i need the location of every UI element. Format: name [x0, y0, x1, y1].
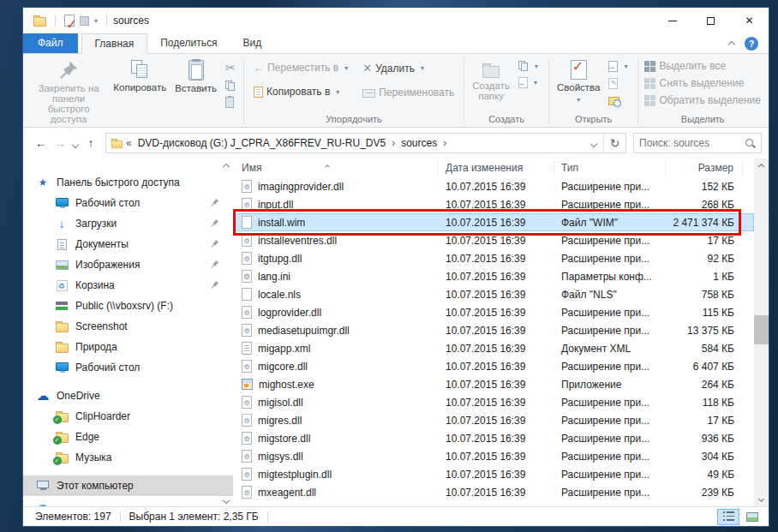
- clear-selection-button[interactable]: Снять выделение: [642, 75, 746, 91]
- address-dropdown-icon[interactable]: [584, 137, 603, 149]
- breadcrumb-folder[interactable]: sources: [398, 137, 440, 149]
- file-row-migsys-dll[interactable]: migsys.dll10.07.2015 16:39Расширение при…: [233, 447, 754, 465]
- new-folder-button[interactable]: Создатьпапку: [468, 57, 514, 105]
- file-row-imagingprovider-dll[interactable]: imagingprovider.dll10.07.2015 16:39Расши…: [233, 177, 754, 195]
- sidebar-item-edge[interactable]: Edge: [23, 427, 233, 447]
- properties-button[interactable]: Свойства ▾: [553, 57, 605, 109]
- collapse-ribbon-icon[interactable]: [728, 41, 735, 48]
- close-button[interactable]: ✕: [730, 8, 769, 33]
- minimize-button[interactable]: [653, 8, 691, 33]
- sidebar-item-partial[interactable]: [23, 496, 233, 506]
- file-row-migapp-xml[interactable]: migapp.xml10.07.2015 16:39Документ XML58…: [233, 339, 754, 357]
- large-icons-view-button[interactable]: [741, 509, 763, 525]
- select-all-button[interactable]: Выделить все: [642, 58, 728, 74]
- file-row-migcore-dll[interactable]: migcore.dll10.07.2015 16:39Расширение пр…: [233, 357, 754, 375]
- cut-button[interactable]: [223, 59, 238, 76]
- paste-button[interactable]: Вставить: [171, 57, 221, 97]
- tab-file[interactable]: Файл: [23, 33, 78, 53]
- properties-icon[interactable]: [64, 15, 75, 27]
- file-size: 115 КБ: [666, 307, 743, 319]
- breadcrumb-drive[interactable]: DVD-дисковод (G:) J_CPRA_X86FREV_RU-RU_D…: [135, 137, 389, 149]
- file-row-migtestplugin-dll[interactable]: migtestplugin.dll10.07.2015 16:39Расшире…: [233, 465, 754, 483]
- sidebar-item-screenshot[interactable]: Screenshot: [23, 316, 233, 337]
- file-size: 118 КБ: [666, 397, 743, 409]
- pin-to-quick-access-button[interactable]: Закрепить на панелибыстрого доступа: [28, 57, 109, 128]
- file-row-lang-ini[interactable]: lang.ini10.07.2015 16:39Параметры конф..…: [233, 267, 754, 285]
- sidebar-item-изображения[interactable]: Изображения: [23, 254, 233, 275]
- tab-share[interactable]: Поделиться: [147, 33, 230, 53]
- file-file-icon: [242, 216, 252, 229]
- up-button[interactable]: ↑: [81, 136, 100, 150]
- sidebar-scrollbar[interactable]: [221, 162, 231, 503]
- file-list-scrollbar[interactable]: [754, 158, 769, 506]
- sidebar-item-документы[interactable]: Документы: [23, 234, 233, 254]
- sidebar-item-рабочий-стол[interactable]: Рабочий стол: [23, 357, 233, 378]
- copy-path-button[interactable]: [223, 79, 238, 93]
- column-header-name[interactable]: Имя: [233, 160, 439, 176]
- qat-item-icon[interactable]: [80, 16, 89, 26]
- column-header-size[interactable]: Размер: [666, 160, 743, 176]
- sidebar-item-этот-компьютер[interactable]: Этот компьютер: [23, 475, 233, 496]
- sidebar-item-cliphoarder[interactable]: ClipHoarder: [23, 406, 233, 427]
- sidebar-item-рабочий-стол[interactable]: Рабочий стол: [23, 193, 233, 213]
- tab-view[interactable]: Вид: [230, 33, 274, 53]
- search-icon[interactable]: [745, 138, 756, 149]
- scroll-up-icon[interactable]: [754, 158, 769, 172]
- file-date: 10.07.2015 16:39: [439, 235, 554, 247]
- back-button[interactable]: ←: [32, 136, 51, 150]
- details-view-button[interactable]: [717, 509, 739, 525]
- scroll-down-icon[interactable]: [754, 493, 769, 506]
- copy-to-button[interactable]: Копировать в▾: [251, 84, 353, 99]
- forward-button[interactable]: →: [51, 136, 69, 150]
- file-row-installeventres-dll[interactable]: installeventres.dll10.07.2015 16:39Расши…: [233, 231, 754, 249]
- file-row-install-wim[interactable]: install.wim10.07.2015 16:39Файл "WIM"2 4…: [233, 213, 754, 231]
- new-item-button[interactable]: ▾: [516, 75, 543, 90]
- file-row-mxeagent-dll[interactable]: mxeagent.dll10.07.2015 16:39Расширение п…: [233, 483, 754, 501]
- column-header-date[interactable]: Дата изменения: [439, 160, 554, 176]
- easy-access-button[interactable]: ▾: [516, 59, 543, 73]
- help-icon[interactable]: ?: [745, 37, 758, 51]
- file-row-locale-nls[interactable]: locale.nls10.07.2015 16:39Файл "NLS"758 …: [233, 285, 754, 303]
- sidebar-item-корзина[interactable]: Корзина: [23, 275, 233, 296]
- sidebar-item-загрузки[interactable]: Загрузки: [23, 213, 233, 234]
- scroll-down-icon[interactable]: [223, 497, 230, 504]
- open-button[interactable]: ▾: [606, 59, 632, 74]
- sidebar-item-панель-быстрого-доступа[interactable]: Панель быстрого доступа: [23, 172, 233, 193]
- refresh-button[interactable]: ↻: [603, 134, 625, 152]
- sidebar-item-природа[interactable]: Природа: [23, 337, 233, 357]
- invert-selection-button[interactable]: Обратить выделение: [642, 93, 763, 108]
- file-row-input-dll[interactable]: input.dll10.07.2015 16:39Расширение при.…: [233, 195, 754, 213]
- history-button[interactable]: [606, 93, 632, 107]
- paste-shortcut-button[interactable]: [223, 95, 238, 110]
- address-bar[interactable]: « DVD-дисковод (G:) J_CPRA_X86FREV_RU-RU…: [105, 133, 626, 153]
- rename-button[interactable]: Переименовать: [360, 85, 457, 100]
- column-header-type[interactable]: Тип: [554, 160, 666, 176]
- edit-button[interactable]: [606, 76, 632, 91]
- easy-access-icon: [518, 61, 529, 71]
- selection-summary: Выбран 1 элемент: 2,35 ГБ: [129, 511, 259, 523]
- qat-dropdown-icon[interactable]: ▾: [94, 17, 98, 25]
- move-to-button[interactable]: ←Переместить в▾: [251, 60, 353, 75]
- file-row-mighost-exe[interactable]: mighost.exe10.07.2015 16:39Приложение264…: [233, 375, 754, 393]
- sidebar-item-музыка[interactable]: Музыка: [23, 447, 233, 468]
- delete-button[interactable]: Удалить▾: [360, 60, 457, 76]
- scroll-up-icon[interactable]: [223, 164, 230, 170]
- file-size: 758 КБ: [666, 289, 743, 301]
- file-type: Расширение при...: [554, 325, 666, 337]
- copy-button[interactable]: Копировать: [109, 57, 171, 96]
- maximize-button[interactable]: [691, 8, 730, 33]
- file-row-mediasetupuimgr-dll[interactable]: mediasetupuimgr.dll10.07.2015 16:39Расши…: [233, 321, 754, 339]
- file-name: migstore.dll: [258, 433, 310, 445]
- file-row-migres-dll[interactable]: migres.dll10.07.2015 16:39Расширение при…: [233, 411, 754, 429]
- recent-locations-icon[interactable]: [69, 136, 81, 150]
- scrollbar-thumb[interactable]: [754, 315, 769, 344]
- sidebar-item-public-vboxsrv-f[interactable]: Public (\\vboxsrv) (F:): [23, 296, 233, 316]
- file-row-migisol-dll[interactable]: migisol.dll10.07.2015 16:39Расширение пр…: [233, 393, 754, 411]
- search-input[interactable]: Поиск: sources: [633, 133, 762, 153]
- file-row-migstore-dll[interactable]: migstore.dll10.07.2015 16:39Расширение п…: [233, 429, 754, 447]
- sidebar-item-onedrive[interactable]: OneDrive: [23, 386, 233, 406]
- tab-home[interactable]: Главная: [81, 33, 148, 54]
- desktop-icon: [56, 198, 69, 206]
- file-row-logprovider-dll[interactable]: logprovider.dll10.07.2015 16:39Расширени…: [233, 303, 754, 321]
- file-row-itgtupg-dll[interactable]: itgtupg.dll10.07.2015 16:39Расширение пр…: [233, 249, 754, 267]
